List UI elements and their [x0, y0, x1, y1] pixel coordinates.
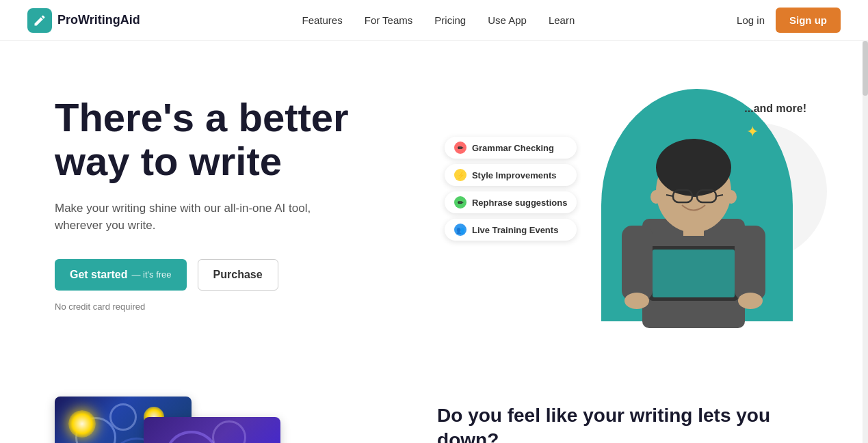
hero-section: There's a better way to write Make your …	[0, 41, 868, 369]
hero-subtitle: Make your writing shine with our all-in-…	[55, 200, 342, 234]
hero-buttons: Get started — it's free Purchase	[55, 259, 472, 291]
svg-point-4	[656, 139, 731, 196]
brand-name: ProWritingAid	[57, 13, 140, 27]
style-tag-icon: ⚡	[454, 169, 466, 181]
nav-use-app-link[interactable]: Use App	[488, 14, 527, 26]
signup-button[interactable]: Sign up	[776, 8, 841, 33]
svg-point-15	[624, 293, 649, 309]
svg-rect-12	[683, 222, 704, 236]
swirl-2	[109, 403, 137, 431]
login-button[interactable]: Log in	[737, 14, 765, 26]
no-credit-text: No credit card required	[55, 301, 472, 312]
feature-tag-rephrase: ✏ Rephrase suggestions	[445, 191, 577, 213]
feature-tags-container: ✏ Grammar Checking ⚡ Style Improvements …	[445, 137, 577, 241]
purchase-button[interactable]: Purchase	[198, 259, 278, 291]
navbar: ProWritingAid Features For Teams Pricing…	[0, 0, 868, 41]
get-started-label: Get started	[70, 269, 127, 281]
grammar-tag-icon: ✏	[454, 142, 466, 154]
svg-rect-13	[622, 226, 653, 301]
person-svg	[608, 82, 779, 328]
svg-point-11	[726, 190, 737, 204]
hero-title: There's a better way to write	[55, 96, 472, 183]
section2-title: Do you feel like your writing lets you d…	[437, 403, 813, 443]
scrollbar-thumb[interactable]	[863, 41, 868, 96]
scrollbar[interactable]	[863, 0, 868, 443]
nav-item-learn[interactable]: Learn	[549, 14, 575, 27]
section2-images: My idea in my head	[55, 397, 396, 443]
nav-pricing-link[interactable]: Pricing	[434, 14, 466, 26]
hero-title-line2: way to write	[55, 139, 282, 183]
svg-point-16	[738, 293, 763, 309]
training-tag-icon: 👥	[454, 224, 466, 236]
style-tag-label: Style Improvements	[472, 170, 557, 180]
nav-learn-link[interactable]: Learn	[549, 14, 575, 26]
free-badge: — it's free	[131, 269, 171, 280]
svg-rect-14	[735, 226, 765, 301]
nav-item-features[interactable]: Features	[302, 14, 343, 27]
logo-icon	[27, 8, 52, 33]
grammar-tag-label: Grammar Checking	[472, 143, 554, 153]
feature-tag-grammar: ✏ Grammar Checking	[445, 137, 577, 159]
pen-icon	[33, 14, 47, 27]
star-decoration: ✦	[746, 123, 759, 141]
feature-tag-style: ⚡ Style Improvements	[445, 164, 577, 186]
hero-image-area: ✏ Grammar Checking ⚡ Style Improvements …	[472, 82, 813, 342]
painting-card-front: My idea in my head	[144, 417, 280, 443]
front-painting: My idea in my head	[144, 417, 280, 443]
training-tag-label: Live Training Events	[472, 225, 558, 235]
and-more-label: ...and more!	[744, 103, 806, 115]
section2: My idea in my head Do you feel like your…	[0, 369, 868, 443]
feature-tag-training: 👥 Live Training Events	[445, 219, 577, 241]
hero-title-line1: There's a better	[55, 95, 349, 139]
nav-features-link[interactable]: Features	[302, 14, 343, 26]
logo-link[interactable]: ProWritingAid	[27, 8, 140, 33]
rephrase-tag-label: Rephrase suggestions	[472, 198, 567, 208]
front-swirl-3	[212, 420, 246, 443]
nav-for-teams-link[interactable]: For Teams	[365, 14, 413, 26]
svg-point-10	[650, 190, 661, 204]
nav-item-for-teams[interactable]: For Teams	[365, 14, 413, 27]
rephrase-tag-icon: ✏	[454, 196, 466, 209]
nav-links: Features For Teams Pricing Use App Learn	[302, 14, 575, 27]
svg-rect-2	[653, 250, 735, 297]
hero-content: There's a better way to write Make your …	[55, 82, 472, 312]
nav-item-use-app[interactable]: Use App	[488, 14, 527, 27]
navbar-actions: Log in Sign up	[737, 8, 841, 33]
get-started-button[interactable]: Get started — it's free	[55, 259, 187, 291]
section2-content: Do you feel like your writing lets you d…	[437, 397, 813, 443]
person-photo	[608, 82, 779, 328]
nav-item-pricing[interactable]: Pricing	[434, 14, 466, 27]
